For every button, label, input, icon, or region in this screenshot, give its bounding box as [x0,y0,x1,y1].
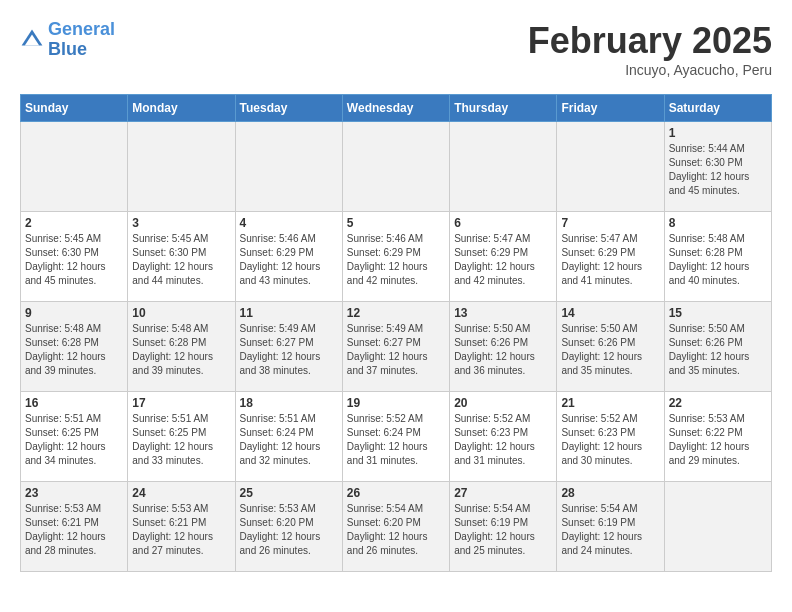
day-number: 1 [669,126,767,140]
day-info: Sunrise: 5:52 AM Sunset: 6:23 PM Dayligh… [454,412,552,468]
header-day-monday: Monday [128,95,235,122]
day-info: Sunrise: 5:46 AM Sunset: 6:29 PM Dayligh… [347,232,445,288]
day-number: 23 [25,486,123,500]
day-info: Sunrise: 5:53 AM Sunset: 6:21 PM Dayligh… [25,502,123,558]
subtitle: Incuyo, Ayacucho, Peru [528,62,772,78]
day-number: 15 [669,306,767,320]
day-info: Sunrise: 5:54 AM Sunset: 6:20 PM Dayligh… [347,502,445,558]
day-number: 20 [454,396,552,410]
month-title: February 2025 [528,20,772,62]
day-info: Sunrise: 5:47 AM Sunset: 6:29 PM Dayligh… [561,232,659,288]
calendar-week-5: 23Sunrise: 5:53 AM Sunset: 6:21 PM Dayli… [21,482,772,572]
calendar-cell: 7Sunrise: 5:47 AM Sunset: 6:29 PM Daylig… [557,212,664,302]
calendar-cell [664,482,771,572]
day-info: Sunrise: 5:54 AM Sunset: 6:19 PM Dayligh… [454,502,552,558]
day-info: Sunrise: 5:47 AM Sunset: 6:29 PM Dayligh… [454,232,552,288]
header-day-saturday: Saturday [664,95,771,122]
day-info: Sunrise: 5:45 AM Sunset: 6:30 PM Dayligh… [132,232,230,288]
calendar-cell: 19Sunrise: 5:52 AM Sunset: 6:24 PM Dayli… [342,392,449,482]
calendar-cell: 27Sunrise: 5:54 AM Sunset: 6:19 PM Dayli… [450,482,557,572]
day-number: 7 [561,216,659,230]
day-number: 11 [240,306,338,320]
day-info: Sunrise: 5:48 AM Sunset: 6:28 PM Dayligh… [669,232,767,288]
calendar-body: 1Sunrise: 5:44 AM Sunset: 6:30 PM Daylig… [21,122,772,572]
logo: General Blue [20,20,115,60]
day-info: Sunrise: 5:49 AM Sunset: 6:27 PM Dayligh… [347,322,445,378]
day-info: Sunrise: 5:52 AM Sunset: 6:24 PM Dayligh… [347,412,445,468]
day-info: Sunrise: 5:48 AM Sunset: 6:28 PM Dayligh… [25,322,123,378]
day-info: Sunrise: 5:44 AM Sunset: 6:30 PM Dayligh… [669,142,767,198]
header-day-tuesday: Tuesday [235,95,342,122]
calendar-cell [450,122,557,212]
calendar-cell: 11Sunrise: 5:49 AM Sunset: 6:27 PM Dayli… [235,302,342,392]
logo-icon [20,28,44,52]
day-info: Sunrise: 5:50 AM Sunset: 6:26 PM Dayligh… [454,322,552,378]
calendar-cell: 25Sunrise: 5:53 AM Sunset: 6:20 PM Dayli… [235,482,342,572]
calendar-cell: 17Sunrise: 5:51 AM Sunset: 6:25 PM Dayli… [128,392,235,482]
calendar-cell: 23Sunrise: 5:53 AM Sunset: 6:21 PM Dayli… [21,482,128,572]
header-day-wednesday: Wednesday [342,95,449,122]
day-info: Sunrise: 5:50 AM Sunset: 6:26 PM Dayligh… [561,322,659,378]
calendar-cell: 18Sunrise: 5:51 AM Sunset: 6:24 PM Dayli… [235,392,342,482]
calendar-cell: 26Sunrise: 5:54 AM Sunset: 6:20 PM Dayli… [342,482,449,572]
calendar-cell: 1Sunrise: 5:44 AM Sunset: 6:30 PM Daylig… [664,122,771,212]
day-info: Sunrise: 5:51 AM Sunset: 6:25 PM Dayligh… [132,412,230,468]
calendar-cell: 12Sunrise: 5:49 AM Sunset: 6:27 PM Dayli… [342,302,449,392]
day-number: 13 [454,306,552,320]
day-number: 16 [25,396,123,410]
day-number: 9 [25,306,123,320]
day-info: Sunrise: 5:53 AM Sunset: 6:20 PM Dayligh… [240,502,338,558]
calendar-week-2: 2Sunrise: 5:45 AM Sunset: 6:30 PM Daylig… [21,212,772,302]
day-number: 8 [669,216,767,230]
calendar-cell: 4Sunrise: 5:46 AM Sunset: 6:29 PM Daylig… [235,212,342,302]
day-number: 25 [240,486,338,500]
day-info: Sunrise: 5:51 AM Sunset: 6:24 PM Dayligh… [240,412,338,468]
day-info: Sunrise: 5:45 AM Sunset: 6:30 PM Dayligh… [25,232,123,288]
calendar-cell: 21Sunrise: 5:52 AM Sunset: 6:23 PM Dayli… [557,392,664,482]
calendar-week-3: 9Sunrise: 5:48 AM Sunset: 6:28 PM Daylig… [21,302,772,392]
calendar-cell: 20Sunrise: 5:52 AM Sunset: 6:23 PM Dayli… [450,392,557,482]
calendar-week-4: 16Sunrise: 5:51 AM Sunset: 6:25 PM Dayli… [21,392,772,482]
day-info: Sunrise: 5:53 AM Sunset: 6:21 PM Dayligh… [132,502,230,558]
calendar-cell: 8Sunrise: 5:48 AM Sunset: 6:28 PM Daylig… [664,212,771,302]
day-info: Sunrise: 5:48 AM Sunset: 6:28 PM Dayligh… [132,322,230,378]
title-area: February 2025 Incuyo, Ayacucho, Peru [528,20,772,78]
day-number: 10 [132,306,230,320]
day-number: 28 [561,486,659,500]
day-number: 12 [347,306,445,320]
day-number: 19 [347,396,445,410]
calendar-cell: 14Sunrise: 5:50 AM Sunset: 6:26 PM Dayli… [557,302,664,392]
day-info: Sunrise: 5:49 AM Sunset: 6:27 PM Dayligh… [240,322,338,378]
calendar-cell: 13Sunrise: 5:50 AM Sunset: 6:26 PM Dayli… [450,302,557,392]
calendar: SundayMondayTuesdayWednesdayThursdayFrid… [20,94,772,572]
day-number: 4 [240,216,338,230]
calendar-cell: 5Sunrise: 5:46 AM Sunset: 6:29 PM Daylig… [342,212,449,302]
header-day-friday: Friday [557,95,664,122]
calendar-cell: 24Sunrise: 5:53 AM Sunset: 6:21 PM Dayli… [128,482,235,572]
day-number: 22 [669,396,767,410]
day-info: Sunrise: 5:53 AM Sunset: 6:22 PM Dayligh… [669,412,767,468]
calendar-cell: 16Sunrise: 5:51 AM Sunset: 6:25 PM Dayli… [21,392,128,482]
day-number: 5 [347,216,445,230]
day-info: Sunrise: 5:50 AM Sunset: 6:26 PM Dayligh… [669,322,767,378]
day-number: 2 [25,216,123,230]
day-number: 14 [561,306,659,320]
calendar-cell: 22Sunrise: 5:53 AM Sunset: 6:22 PM Dayli… [664,392,771,482]
day-number: 27 [454,486,552,500]
calendar-header-row: SundayMondayTuesdayWednesdayThursdayFrid… [21,95,772,122]
calendar-cell: 9Sunrise: 5:48 AM Sunset: 6:28 PM Daylig… [21,302,128,392]
day-info: Sunrise: 5:52 AM Sunset: 6:23 PM Dayligh… [561,412,659,468]
header-day-sunday: Sunday [21,95,128,122]
day-number: 18 [240,396,338,410]
calendar-cell: 28Sunrise: 5:54 AM Sunset: 6:19 PM Dayli… [557,482,664,572]
calendar-cell: 10Sunrise: 5:48 AM Sunset: 6:28 PM Dayli… [128,302,235,392]
header-day-thursday: Thursday [450,95,557,122]
day-number: 26 [347,486,445,500]
day-number: 6 [454,216,552,230]
header: General Blue February 2025 Incuyo, Ayacu… [20,20,772,78]
day-number: 17 [132,396,230,410]
calendar-cell [21,122,128,212]
calendar-week-1: 1Sunrise: 5:44 AM Sunset: 6:30 PM Daylig… [21,122,772,212]
calendar-cell: 6Sunrise: 5:47 AM Sunset: 6:29 PM Daylig… [450,212,557,302]
calendar-cell: 2Sunrise: 5:45 AM Sunset: 6:30 PM Daylig… [21,212,128,302]
